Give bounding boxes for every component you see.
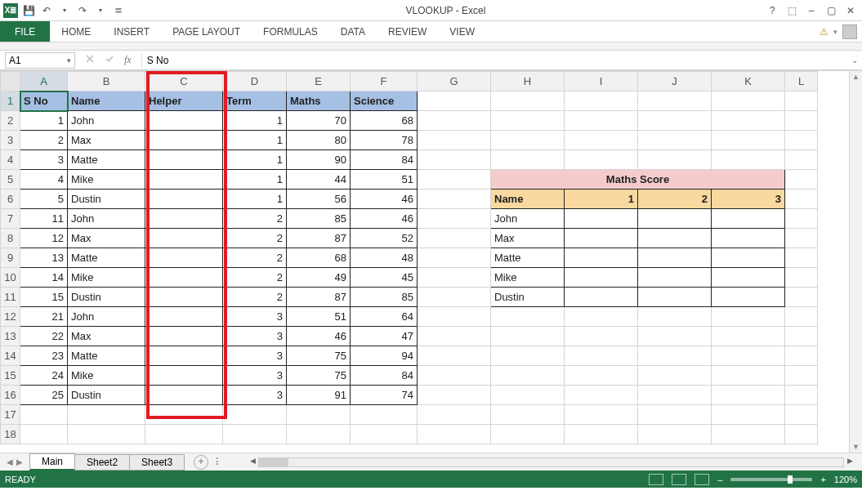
tab-file[interactable]: FILE — [0, 21, 50, 42]
cell[interactable] — [638, 366, 712, 386]
cell[interactable] — [491, 307, 565, 327]
close-icon[interactable]: ✕ — [844, 5, 857, 16]
enter-formula-icon[interactable] — [105, 54, 114, 66]
sheet-nav-prev-icon[interactable]: ◀ — [7, 457, 13, 466]
cell[interactable] — [638, 209, 712, 229]
cell[interactable] — [418, 229, 491, 248]
cell[interactable] — [712, 150, 785, 170]
cell[interactable] — [565, 346, 638, 366]
sheet-tab-main[interactable]: Main — [29, 453, 75, 471]
cell[interactable] — [638, 131, 712, 150]
cell[interactable]: John — [491, 209, 565, 229]
cell[interactable] — [565, 91, 638, 111]
cell[interactable] — [638, 425, 712, 444]
cell[interactable] — [638, 248, 712, 268]
cell[interactable] — [785, 91, 818, 111]
cell[interactable] — [638, 288, 712, 307]
excel-icon[interactable]: X≣ — [3, 3, 18, 18]
cell[interactable]: Max — [68, 229, 145, 248]
cell[interactable] — [418, 150, 491, 170]
cell[interactable] — [418, 288, 491, 307]
cell[interactable] — [712, 131, 785, 150]
cell[interactable] — [418, 170, 491, 190]
cell[interactable] — [418, 91, 491, 111]
cell[interactable]: 3 — [223, 386, 287, 405]
qat-customize-icon[interactable]: 〓 — [111, 3, 126, 18]
cell[interactable]: 46 — [351, 209, 418, 229]
page-layout-view-icon[interactable] — [672, 474, 686, 485]
name-box[interactable]: A1 ▾ — [5, 52, 75, 69]
row-header[interactable]: 13 — [1, 327, 20, 346]
cell[interactable] — [785, 307, 818, 327]
cell[interactable]: Mike — [491, 268, 565, 288]
cell[interactable] — [638, 229, 712, 248]
cell-maths-score-title[interactable]: Maths Score — [491, 170, 785, 190]
cell[interactable]: 3 — [223, 366, 287, 386]
vertical-scrollbar[interactable]: ▲ ▼ — [849, 71, 862, 453]
row-header[interactable]: 4 — [1, 150, 20, 170]
cell[interactable]: 5 — [20, 190, 68, 209]
cell[interactable] — [785, 131, 818, 150]
col-header-J[interactable]: J — [638, 72, 712, 91]
cell[interactable] — [351, 405, 418, 425]
formula-input[interactable]: S No — [141, 52, 847, 69]
cell[interactable]: 44 — [287, 170, 351, 190]
cell[interactable]: 68 — [351, 111, 418, 131]
cell[interactable] — [418, 425, 491, 444]
cell[interactable] — [418, 307, 491, 327]
row-header[interactable]: 17 — [1, 405, 20, 425]
cell[interactable]: 87 — [287, 229, 351, 248]
cell[interactable] — [565, 405, 638, 425]
cell[interactable]: Mike — [68, 366, 145, 386]
cell[interactable] — [565, 288, 638, 307]
cell[interactable]: 24 — [20, 366, 68, 386]
cell[interactable] — [145, 268, 223, 288]
cell[interactable]: Max — [68, 131, 145, 150]
cell[interactable] — [145, 248, 223, 268]
cell[interactable]: 85 — [287, 209, 351, 229]
cell[interactable] — [287, 425, 351, 444]
cell[interactable] — [145, 425, 223, 444]
cell[interactable]: 52 — [351, 229, 418, 248]
cell[interactable]: 2 — [638, 190, 712, 209]
cell[interactable] — [785, 268, 818, 288]
cell[interactable] — [68, 425, 145, 444]
tab-page-layout[interactable]: PAGE LAYOUT — [161, 21, 252, 42]
cell[interactable]: 25 — [20, 386, 68, 405]
insert-function-icon[interactable]: fx — [124, 54, 132, 66]
cell[interactable]: Max — [68, 327, 145, 346]
cell[interactable] — [638, 111, 712, 131]
row-header[interactable]: 16 — [1, 386, 20, 405]
cell[interactable]: 45 — [351, 268, 418, 288]
cell[interactable] — [785, 386, 818, 405]
cell[interactable] — [638, 327, 712, 346]
cell[interactable] — [785, 229, 818, 248]
col-header-G[interactable]: G — [418, 72, 491, 91]
cell[interactable] — [491, 386, 565, 405]
cell[interactable] — [565, 150, 638, 170]
tab-data[interactable]: DATA — [329, 21, 377, 42]
row-header[interactable]: 3 — [1, 131, 20, 150]
cell[interactable] — [565, 268, 638, 288]
cell[interactable]: 74 — [351, 386, 418, 405]
cell[interactable] — [418, 386, 491, 405]
cell[interactable] — [565, 307, 638, 327]
cell[interactable]: 90 — [287, 150, 351, 170]
cell[interactable]: 48 — [351, 248, 418, 268]
col-header-E[interactable]: E — [287, 72, 351, 91]
cell[interactable]: Mike — [68, 268, 145, 288]
cell[interactable]: 84 — [351, 366, 418, 386]
cell[interactable] — [785, 288, 818, 307]
cell[interactable] — [565, 327, 638, 346]
row-header[interactable]: 11 — [1, 288, 20, 307]
cell[interactable]: Mike — [68, 170, 145, 190]
cell[interactable] — [785, 405, 818, 425]
cell[interactable] — [712, 366, 785, 386]
help-icon[interactable]: ? — [766, 5, 779, 16]
cell[interactable]: 1 — [223, 131, 287, 150]
zoom-out-icon[interactable]: – — [717, 475, 722, 484]
cell[interactable] — [565, 366, 638, 386]
cell[interactable]: 22 — [20, 327, 68, 346]
cell[interactable]: 75 — [287, 346, 351, 366]
cell[interactable]: 3 — [712, 190, 785, 209]
